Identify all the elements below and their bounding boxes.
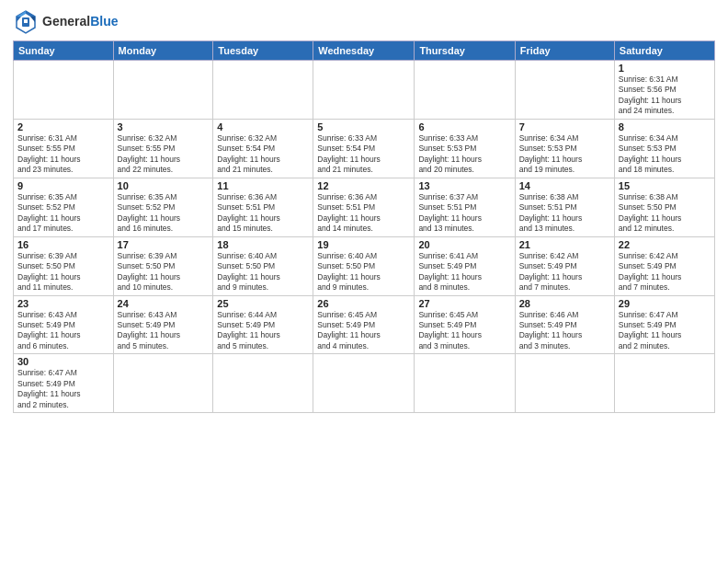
day-number: 18 [217,239,309,250]
table-row: 26Sunrise: 6:45 AMSunset: 5:49 PMDayligh… [313,295,415,354]
table-row: 2Sunrise: 6:31 AMSunset: 5:55 PMDaylight… [14,119,114,178]
day-info: Sunrise: 6:42 AMSunset: 5:49 PMDaylight:… [619,251,711,293]
day-number: 11 [217,180,309,191]
day-info: Sunrise: 6:41 AMSunset: 5:49 PMDaylight:… [418,251,510,293]
table-row: 10Sunrise: 6:35 AMSunset: 5:52 PMDayligh… [113,178,213,236]
day-info: Sunrise: 6:47 AMSunset: 5:49 PMDaylight:… [619,310,711,352]
col-wednesday: Wednesday [313,41,415,61]
day-info: Sunrise: 6:36 AMSunset: 5:51 PMDaylight:… [217,192,309,235]
table-row [515,354,614,413]
day-info: Sunrise: 6:45 AMSunset: 5:49 PMDaylight:… [317,310,410,352]
day-number: 29 [619,298,711,309]
col-monday: Monday [113,41,213,61]
table-row: 25Sunrise: 6:44 AMSunset: 5:49 PMDayligh… [213,295,313,354]
table-row: 6Sunrise: 6:33 AMSunset: 5:53 PMDaylight… [415,119,515,178]
day-info: Sunrise: 6:36 AMSunset: 5:51 PMDaylight:… [317,192,410,235]
table-row: 12Sunrise: 6:36 AMSunset: 5:51 PMDayligh… [313,178,415,236]
day-number: 14 [519,180,610,191]
day-number: 9 [17,180,109,191]
logo-text: GeneralBlue [42,15,118,29]
table-row: 29Sunrise: 6:47 AMSunset: 5:49 PMDayligh… [614,295,714,354]
day-number: 13 [418,180,510,191]
day-info: Sunrise: 6:38 AMSunset: 5:51 PMDaylight:… [519,192,610,235]
calendar-week-row: 1Sunrise: 6:31 AMSunset: 5:56 PMDaylight… [14,61,715,120]
table-row: 22Sunrise: 6:42 AMSunset: 5:49 PMDayligh… [614,236,714,295]
calendar-table: Sunday Monday Tuesday Wednesday Thursday… [13,40,715,413]
day-number: 3 [118,121,210,132]
day-number: 30 [17,356,109,367]
day-info: Sunrise: 6:43 AMSunset: 5:49 PMDaylight:… [118,310,210,352]
day-info: Sunrise: 6:43 AMSunset: 5:49 PMDaylight:… [17,310,109,352]
day-number: 5 [317,121,410,132]
day-number: 7 [519,121,610,132]
day-number: 1 [619,63,711,74]
table-row: 20Sunrise: 6:41 AMSunset: 5:49 PMDayligh… [415,236,515,295]
table-row [213,354,313,413]
day-info: Sunrise: 6:34 AMSunset: 5:53 PMDaylight:… [619,133,711,176]
table-row: 4Sunrise: 6:32 AMSunset: 5:54 PMDaylight… [213,119,313,178]
table-row: 27Sunrise: 6:45 AMSunset: 5:49 PMDayligh… [415,295,515,354]
header: GeneralBlue [13,9,715,35]
table-row [313,354,415,413]
calendar-week-row: 2Sunrise: 6:31 AMSunset: 5:55 PMDaylight… [14,119,715,178]
table-row: 24Sunrise: 6:43 AMSunset: 5:49 PMDayligh… [113,295,213,354]
day-info: Sunrise: 6:31 AMSunset: 5:55 PMDaylight:… [17,133,109,176]
table-row [614,354,714,413]
day-info: Sunrise: 6:34 AMSunset: 5:53 PMDaylight:… [519,133,610,176]
table-row: 15Sunrise: 6:38 AMSunset: 5:50 PMDayligh… [614,178,714,236]
table-row: 5Sunrise: 6:33 AMSunset: 5:54 PMDaylight… [313,119,415,178]
table-row [113,61,213,120]
day-number: 25 [217,298,309,309]
logo: GeneralBlue [13,9,118,35]
day-info: Sunrise: 6:33 AMSunset: 5:54 PMDaylight:… [317,133,410,176]
table-row [213,61,313,120]
logo-icon [13,9,39,35]
day-info: Sunrise: 6:37 AMSunset: 5:51 PMDaylight:… [418,192,510,235]
day-info: Sunrise: 6:39 AMSunset: 5:50 PMDaylight:… [118,251,210,293]
table-row [515,61,614,120]
day-number: 23 [17,298,109,309]
table-row: 3Sunrise: 6:32 AMSunset: 5:55 PMDaylight… [113,119,213,178]
day-number: 27 [418,298,510,309]
table-row: 21Sunrise: 6:42 AMSunset: 5:49 PMDayligh… [515,236,614,295]
day-info: Sunrise: 6:32 AMSunset: 5:54 PMDaylight:… [217,133,309,176]
table-row: 19Sunrise: 6:40 AMSunset: 5:50 PMDayligh… [313,236,415,295]
table-row [313,61,415,120]
day-number: 17 [118,239,210,250]
day-number: 19 [317,239,410,250]
table-row [14,61,114,120]
col-saturday: Saturday [614,41,714,61]
table-row: 8Sunrise: 6:34 AMSunset: 5:53 PMDaylight… [614,119,714,178]
day-info: Sunrise: 6:42 AMSunset: 5:49 PMDaylight:… [519,251,610,293]
col-tuesday: Tuesday [213,41,313,61]
day-info: Sunrise: 6:32 AMSunset: 5:55 PMDaylight:… [118,133,210,176]
day-number: 20 [418,239,510,250]
day-number: 12 [317,180,410,191]
table-row: 14Sunrise: 6:38 AMSunset: 5:51 PMDayligh… [515,178,614,236]
calendar-week-row: 23Sunrise: 6:43 AMSunset: 5:49 PMDayligh… [14,295,715,354]
col-thursday: Thursday [415,41,515,61]
day-info: Sunrise: 6:40 AMSunset: 5:50 PMDaylight:… [317,251,410,293]
day-number: 6 [418,121,510,132]
day-number: 28 [519,298,610,309]
page: GeneralBlue Sunday Monday Tuesday Wednes… [0,0,728,563]
table-row: 13Sunrise: 6:37 AMSunset: 5:51 PMDayligh… [415,178,515,236]
table-row: 23Sunrise: 6:43 AMSunset: 5:49 PMDayligh… [14,295,114,354]
table-row [415,354,515,413]
day-info: Sunrise: 6:38 AMSunset: 5:50 PMDaylight:… [619,192,711,235]
table-row: 11Sunrise: 6:36 AMSunset: 5:51 PMDayligh… [213,178,313,236]
calendar-header-row: Sunday Monday Tuesday Wednesday Thursday… [14,41,715,61]
day-info: Sunrise: 6:44 AMSunset: 5:49 PMDaylight:… [217,310,309,352]
day-info: Sunrise: 6:45 AMSunset: 5:49 PMDaylight:… [418,310,510,352]
table-row: 28Sunrise: 6:46 AMSunset: 5:49 PMDayligh… [515,295,614,354]
day-info: Sunrise: 6:40 AMSunset: 5:50 PMDaylight:… [217,251,309,293]
table-row [415,61,515,120]
table-row: 17Sunrise: 6:39 AMSunset: 5:50 PMDayligh… [113,236,213,295]
day-number: 10 [118,180,210,191]
day-number: 4 [217,121,309,132]
day-info: Sunrise: 6:35 AMSunset: 5:52 PMDaylight:… [17,192,109,235]
day-number: 15 [619,180,711,191]
day-number: 8 [619,121,711,132]
day-number: 24 [118,298,210,309]
table-row: 1Sunrise: 6:31 AMSunset: 5:56 PMDaylight… [614,61,714,120]
